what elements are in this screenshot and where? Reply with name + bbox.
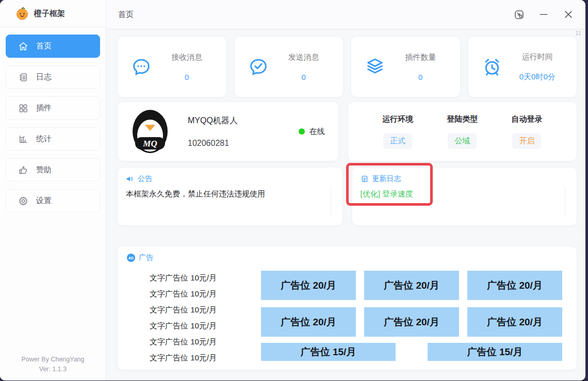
ad-banner-slot[interactable]: 广告位 15/月 — [261, 343, 396, 361]
online-status-dot — [299, 128, 305, 135]
sidebar-item-label: 首页 — [36, 41, 52, 51]
sidebar-item-stats[interactable]: 统计 — [6, 127, 100, 151]
app-logo-row: 橙子框架 — [0, 0, 106, 27]
robot-account: 102060281 — [188, 139, 238, 148]
announcement-title: 公告 — [138, 174, 152, 184]
stats-icon — [18, 134, 28, 144]
text-ad-slot[interactable]: 文字广告位 10元/月 — [127, 270, 239, 286]
close-button[interactable] — [563, 9, 574, 20]
stat-value: 0天0时0分 — [502, 72, 573, 82]
announcement-card: 公告 本框架永久免费，禁止任何违法违规使用 — [118, 168, 342, 225]
sponsor-icon — [18, 165, 28, 175]
window-controls — [513, 9, 574, 20]
sidebar: 橙子框架 首页 日志 插件 — [0, 0, 106, 380]
ad-banner-slot[interactable]: 广告位 20/月 — [467, 271, 562, 300]
sidebar-item-label: 统计 — [36, 134, 52, 144]
myqq-robot-logo: MQ — [131, 109, 169, 154]
text-ad-slot[interactable]: 文字广告位 10元/月 — [127, 350, 239, 366]
ad-blocks-grid: 广告位 20/月 广告位 20/月 广告位 20/月 广告位 20/月 广告位 … — [261, 265, 562, 366]
stat-text: 运行时间 0天0时0分 — [502, 52, 573, 82]
plugin-stack-icon — [365, 57, 385, 77]
text-ad-slot[interactable]: 文字广告位 10元/月 — [127, 302, 239, 318]
minimize-button[interactable] — [538, 9, 549, 20]
ad-row: 广告位 20/月 广告位 20/月 广告位 20/月 — [261, 307, 562, 337]
stat-card-plugins: 插件数量 0 — [351, 37, 460, 97]
stats-row: 接收消息 0 发送消息 0 — [118, 37, 577, 97]
main-area: 首页 11 — [106, 0, 585, 380]
ad-row: 广告位 15/月 广告位 15/月 — [261, 343, 562, 361]
env-label: 自动登录 — [511, 114, 542, 124]
stat-card-runtime: 运行时间 0天0时0分 — [468, 37, 577, 97]
ad-banner-slot[interactable]: 广告位 20/月 — [261, 307, 356, 337]
stat-label: 发送消息 — [269, 53, 339, 62]
sidebar-menu: 首页 日志 插件 统计 — [0, 27, 106, 212]
sidebar-item-sponsor[interactable]: 赞助 — [6, 158, 100, 181]
speaker-icon — [126, 175, 134, 183]
plugin-icon — [18, 103, 28, 113]
robot-logo-text: MQ — [142, 139, 157, 148]
env-col-login-type: 登陆类型 公域 — [447, 114, 478, 149]
announcement-content: 本框架永久免费，禁止任何违法违规使用 — [126, 189, 334, 199]
stat-card-sent: 发送消息 0 — [235, 37, 344, 97]
ads-header: AD 广告 — [127, 253, 567, 262]
stat-label: 运行时间 — [502, 52, 573, 62]
sidebar-item-home[interactable]: 首页 — [6, 35, 100, 58]
ad-banner-slot[interactable]: 广告位 15/月 — [428, 343, 562, 361]
env-label: 登陆类型 — [447, 114, 478, 124]
text-ad-slot[interactable]: 文字广告位 10元/月 — [127, 318, 239, 334]
robot-card: MQ MYQQ机器人 102060281 在线 — [118, 102, 338, 161]
env-value-badge: 正式 — [383, 133, 412, 149]
announcement-scrollbar[interactable] — [331, 186, 331, 216]
env-label: 运行环境 — [382, 114, 413, 124]
titlebar: 首页 — [106, 0, 585, 29]
stat-value: 0 — [152, 73, 222, 81]
ad-icon: AD — [127, 254, 135, 262]
robot-status: 在线 — [299, 127, 325, 137]
ad-banner-slot[interactable]: 广告位 20/月 — [261, 271, 356, 300]
minimize-icon — [538, 9, 549, 20]
page-title: 首页 — [118, 10, 134, 20]
sidebar-item-label: 赞助 — [36, 165, 52, 175]
status-row: MQ MYQQ机器人 102060281 在线 运行环境 正式 — [118, 102, 577, 161]
orange-logo-icon — [15, 7, 29, 20]
ads-title: 广告 — [139, 253, 153, 262]
log-icon — [18, 72, 28, 82]
env-col-autologin: 自动登录 开启 — [511, 114, 542, 149]
content-area: 11 接收消息 0 发送消息 — [106, 29, 585, 380]
ad-banner-slot[interactable]: 广告位 20/月 — [364, 271, 459, 300]
sidebar-item-plugins[interactable]: 插件 — [6, 96, 100, 120]
changelog-header: 更新日志 — [361, 174, 569, 184]
changelog-doc-icon — [361, 175, 369, 183]
stat-label: 插件数量 — [385, 53, 456, 62]
text-ad-slot[interactable]: 文字广告位 10元/月 — [127, 334, 239, 350]
changelog-card: 更新日志 [优化] 登录速度 — [352, 168, 577, 225]
text-ad-slot[interactable]: 文字广告位 10元/月 — [127, 286, 239, 302]
app-footer: Power By ChengYang Ver: 1.1.3 — [0, 355, 106, 374]
app-version: Ver: 1.1.3 — [0, 365, 106, 374]
settings-icon — [18, 196, 28, 206]
sidebar-item-logs[interactable]: 日志 — [6, 65, 100, 89]
changelog-scrollbar[interactable] — [565, 186, 565, 216]
ad-banner-slot[interactable]: 广告位 20/月 — [364, 307, 459, 337]
restore-window-icon — [514, 9, 525, 20]
ad-banner-slot[interactable]: 广告位 20/月 — [467, 307, 562, 337]
ads-content: 文字广告位 10元/月 文字广告位 10元/月 文字广告位 10元/月 文字广告… — [127, 265, 567, 366]
online-status-label: 在线 — [309, 127, 325, 137]
environment-card: 运行环境 正式 登陆类型 公域 自动登录 开启 — [348, 102, 577, 161]
stat-text: 发送消息 0 — [269, 53, 339, 81]
close-icon — [563, 9, 574, 20]
notes-row: 公告 本框架永久免费，禁止任何违法违规使用 更新日志 [优化] 登录速度 — [118, 168, 577, 225]
sidebar-item-settings[interactable]: 设置 — [6, 189, 100, 212]
sidebar-item-label: 插件 — [36, 103, 52, 113]
powered-by: Power By ChengYang — [0, 355, 106, 365]
sidebar-item-label: 设置 — [36, 196, 52, 206]
robot-info: MYQQ机器人 102060281 — [188, 115, 238, 148]
stat-text: 插件数量 0 — [385, 53, 456, 81]
app-window: 橙子框架 首页 日志 插件 — [0, 0, 585, 380]
stat-value: 0 — [385, 73, 456, 81]
env-value-badge: 开启 — [512, 133, 541, 149]
minimize-to-tray-button[interactable] — [513, 9, 525, 20]
changelog-content: [优化] 登录速度 — [361, 189, 569, 199]
message-send-icon — [248, 57, 269, 77]
stat-value: 0 — [269, 73, 339, 81]
